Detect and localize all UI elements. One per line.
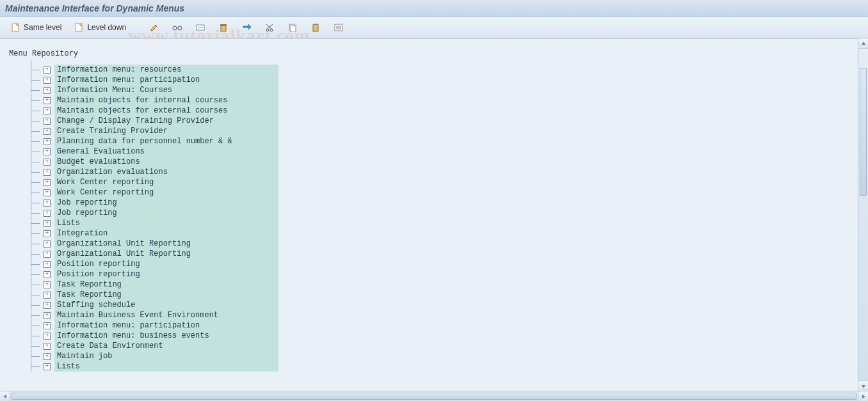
vertical-scrollbar[interactable] bbox=[858, 38, 868, 391]
tree-connector bbox=[27, 157, 44, 167]
scroll-down-icon[interactable] bbox=[858, 381, 868, 391]
tree-item[interactable]: +Lists bbox=[27, 218, 858, 228]
scrollbar-thumb-h[interactable] bbox=[12, 393, 856, 400]
expand-icon[interactable]: + bbox=[44, 363, 51, 370]
expand-icon[interactable]: + bbox=[44, 333, 51, 340]
expand-icon[interactable]: + bbox=[44, 251, 51, 258]
scrollbar-track[interactable] bbox=[858, 49, 868, 381]
tree-item[interactable]: +Information menu: participation bbox=[27, 75, 858, 85]
expand-icon[interactable]: + bbox=[44, 322, 51, 329]
tree-item[interactable]: +Planning data for personnel number & & bbox=[27, 136, 858, 146]
svg-point-3 bbox=[178, 26, 182, 30]
clipboard-copy-button[interactable] bbox=[283, 20, 302, 35]
expand-icon[interactable]: + bbox=[44, 292, 51, 299]
tree-item[interactable]: +Maintain job bbox=[27, 351, 858, 361]
tree-item-label: Create Training Provider bbox=[54, 126, 278, 136]
tree-item[interactable]: +Position reporting bbox=[27, 269, 858, 279]
scroll-up-icon[interactable] bbox=[858, 38, 868, 49]
expand-icon[interactable]: + bbox=[44, 148, 51, 155]
scroll-right-icon[interactable] bbox=[858, 391, 868, 401]
tree-connector bbox=[27, 126, 44, 136]
tree-item-label: Information menu: participation bbox=[54, 320, 278, 331]
tree-item-label: Maintain Business Event Environment bbox=[54, 310, 278, 320]
tree-item[interactable]: +Position reporting bbox=[27, 259, 858, 269]
expand-icon[interactable]: + bbox=[44, 138, 51, 145]
expand-icon[interactable]: + bbox=[44, 343, 51, 350]
tree-item[interactable]: +Organizational Unit Reporting bbox=[27, 249, 858, 259]
paste-icon bbox=[310, 22, 321, 33]
clipboard-paste-button[interactable] bbox=[306, 20, 325, 35]
expand-icon[interactable]: + bbox=[44, 240, 51, 248]
delete-button[interactable] bbox=[214, 20, 233, 35]
expand-icon[interactable]: + bbox=[44, 353, 51, 360]
toolbar: Same level Level down bbox=[0, 17, 868, 38]
tree-item-label: Job reporting bbox=[54, 208, 278, 218]
edit-button[interactable] bbox=[145, 20, 164, 35]
where-used-button[interactable] bbox=[329, 20, 348, 35]
svg-line-12 bbox=[266, 24, 271, 29]
tree-item[interactable]: +Change / Display Training Provider bbox=[27, 116, 858, 126]
clipboard-cut-button[interactable] bbox=[260, 20, 279, 35]
horizontal-scrollbar[interactable] bbox=[0, 391, 868, 401]
tree-item[interactable]: +Work Center reporting bbox=[27, 177, 858, 187]
expand-icon[interactable]: + bbox=[44, 230, 51, 237]
expand-icon[interactable]: + bbox=[44, 77, 51, 84]
tree-item[interactable]: +Task Reporting bbox=[27, 279, 858, 290]
tree-item-label: Lists bbox=[54, 218, 278, 228]
expand-icon[interactable]: + bbox=[44, 159, 51, 166]
change-title-button[interactable] bbox=[191, 20, 210, 35]
tree-item[interactable]: +Budget evaluations bbox=[27, 157, 858, 167]
expand-icon[interactable]: + bbox=[44, 118, 51, 125]
tree-connector bbox=[27, 249, 44, 259]
expand-icon[interactable]: + bbox=[44, 189, 51, 196]
expand-icon[interactable]: + bbox=[44, 210, 51, 217]
tree-item[interactable]: +Lists bbox=[27, 361, 858, 372]
tree-item-label: Task Reporting bbox=[54, 279, 278, 290]
expand-icon[interactable]: + bbox=[44, 271, 51, 278]
expand-icon[interactable]: + bbox=[44, 67, 51, 74]
expand-icon[interactable]: + bbox=[44, 312, 51, 319]
expand-icon[interactable]: + bbox=[44, 220, 51, 227]
level-down-button[interactable]: Level down bbox=[70, 20, 131, 35]
tree-item[interactable]: +Work Center reporting bbox=[27, 187, 858, 198]
tree-item[interactable]: +Maintain objects for internal courses bbox=[27, 95, 858, 106]
tree-item[interactable]: +Maintain objects for external courses bbox=[27, 106, 858, 116]
reassign-button[interactable] bbox=[237, 20, 256, 35]
tree-item[interactable]: +Job reporting bbox=[27, 198, 858, 208]
expand-icon[interactable]: + bbox=[44, 87, 51, 94]
tree-item[interactable]: +Information Menu: Courses bbox=[27, 85, 858, 95]
display-button[interactable] bbox=[168, 20, 187, 35]
tree-item[interactable]: +Information menu: resources bbox=[27, 65, 858, 75]
expand-icon[interactable]: + bbox=[44, 107, 51, 114]
expand-icon[interactable]: + bbox=[44, 97, 51, 104]
scroll-left-icon[interactable] bbox=[0, 391, 10, 401]
expand-icon[interactable]: + bbox=[44, 200, 51, 207]
tree-item[interactable]: +Organization evaluations bbox=[27, 167, 858, 177]
tree-item[interactable]: +Create Training Provider bbox=[27, 126, 858, 136]
tree-item[interactable]: +General Evaluations bbox=[27, 146, 858, 157]
tree-item-label: Budget evaluations bbox=[54, 157, 278, 167]
expand-icon[interactable]: + bbox=[44, 281, 51, 288]
tree-connector bbox=[27, 116, 44, 126]
same-level-button[interactable]: Same level bbox=[6, 20, 66, 35]
tree-item-label: Information menu: business events bbox=[54, 331, 278, 341]
scrollbar-track-h[interactable] bbox=[10, 391, 858, 401]
tree-item[interactable]: +Information menu: participation bbox=[27, 320, 858, 331]
expand-icon[interactable]: + bbox=[44, 261, 51, 268]
expand-icon[interactable]: + bbox=[44, 169, 51, 176]
tree-connector bbox=[27, 361, 44, 372]
expand-icon[interactable]: + bbox=[44, 302, 51, 309]
tree-item[interactable]: +Staffing schedule bbox=[27, 300, 858, 310]
tree-item[interactable]: +Job reporting bbox=[27, 208, 858, 218]
tree-item[interactable]: +Create Data Environment bbox=[27, 341, 858, 351]
tree-item[interactable]: +Information menu: business events bbox=[27, 331, 858, 341]
tree-item-label: Integration bbox=[54, 228, 278, 239]
expand-icon[interactable]: + bbox=[44, 128, 51, 135]
tree-item[interactable]: +Organizational Unit Reporting bbox=[27, 239, 858, 249]
scrollbar-thumb[interactable] bbox=[860, 68, 867, 196]
tree-item[interactable]: +Maintain Business Event Environment bbox=[27, 310, 858, 320]
tree-connector bbox=[27, 167, 44, 177]
tree-item[interactable]: +Task Reporting bbox=[27, 290, 858, 300]
tree-item[interactable]: +Integration bbox=[27, 228, 858, 239]
expand-icon[interactable]: + bbox=[44, 179, 51, 186]
